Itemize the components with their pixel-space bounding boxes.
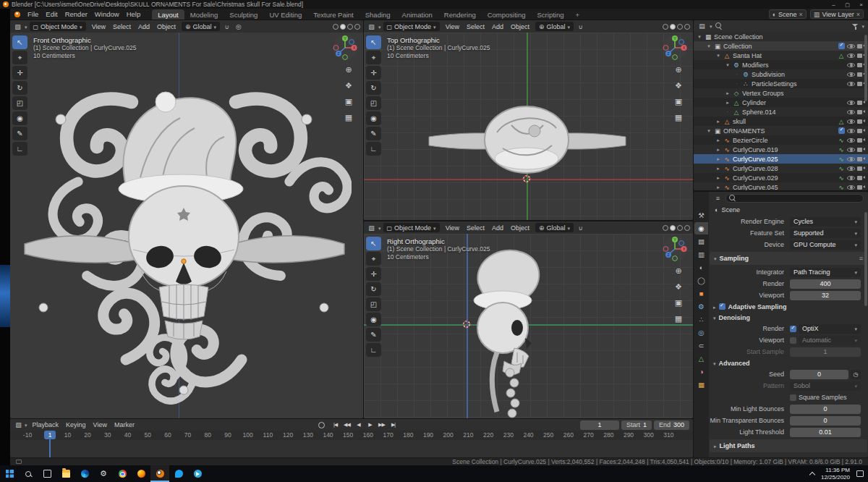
scene-selector[interactable]: Scene [769,9,807,19]
auto-key-record-icon[interactable] [318,422,325,428]
expander-icon[interactable]: · [734,81,740,86]
grid-toggle-icon[interactable]: ▦ [344,112,354,122]
viewport-right[interactable]: Object Mode ViewSelectAddObject Global [364,221,693,418]
modifier-tab-icon[interactable]: ⚙ [694,300,708,313]
expander-icon[interactable]: ▸ [715,156,721,162]
timeline-menu[interactable]: Playback [29,421,63,428]
hide-viewport-toggle[interactable] [847,98,855,106]
disable-render-toggle[interactable] [857,174,865,182]
wireframe-shading-icon[interactable] [663,24,668,30]
twitter-icon[interactable] [169,465,188,482]
viewport-top[interactable]: Object Mode ViewSelectAddObject Global [364,20,693,220]
outliner-item-label[interactable]: Cylinder [742,99,766,106]
notification-center-icon[interactable] [856,470,864,477]
navigation-gizmo[interactable] [332,35,358,61]
move-tool-icon[interactable]: ✛ [12,66,27,80]
outliner-item-label[interactable]: CurlyCurve.029 [733,174,778,182]
material-shading-icon[interactable] [347,24,353,30]
hide-viewport-toggle[interactable] [847,164,855,172]
disable-render-toggle[interactable] [857,164,865,172]
constraint-tab-icon[interactable]: ⊂ [694,339,708,352]
outliner-scrollbar[interactable] [864,35,867,101]
pan-hand-icon[interactable]: ❖ [673,80,684,90]
hide-viewport-toggle[interactable] [847,108,855,116]
editor-type-icon[interactable] [367,224,376,232]
edge-icon[interactable] [75,465,94,482]
viewport-canvas[interactable]: ↖⌖✛↻◰◉✎∟ Top Orthographic (1) Scene Coll… [364,33,693,220]
properties-search-input[interactable] [726,194,864,203]
file-explorer-icon[interactable] [56,465,75,482]
viewport-menu[interactable]: Object [153,23,179,30]
outliner-row[interactable]: ▾ ▦ Scene Collection [694,32,868,41]
disable-render-toggle[interactable] [857,127,865,135]
camera-view-icon[interactable]: ▣ [673,297,684,308]
grid-toggle-icon[interactable]: ▦ [673,112,684,122]
output-tab-icon[interactable]: ▤ [694,235,708,248]
pan-hand-icon[interactable]: ❖ [673,282,684,292]
disable-render-toggle[interactable] [857,136,865,144]
expander-icon[interactable]: ▾ [706,128,712,134]
rotate-tool-icon[interactable]: ↻ [12,81,27,95]
start-sample-field[interactable]: 1 [790,347,861,357]
viewport-menu[interactable]: Select [463,224,488,232]
start-frame-field[interactable]: Start1 [621,420,652,430]
outliner-item-label[interactable]: Scene Collection [714,33,763,41]
cursor-tool-icon[interactable]: ⌖ [366,51,381,64]
scale-tool-icon[interactable]: ◰ [366,297,381,311]
snap-magnet-icon[interactable] [576,23,585,30]
workspace-tab[interactable]: Animation [396,9,438,20]
unlink-icon[interactable] [799,11,803,18]
material-tab-icon[interactable]: ◑ [694,365,708,378]
expander-icon[interactable]: · [734,72,740,77]
hide-viewport-toggle[interactable] [847,127,855,135]
properties-scrollbar[interactable] [864,212,867,306]
orientation-dropdown[interactable]: Global [535,223,574,232]
workspace-tab[interactable]: Layout [152,9,184,20]
viewport-menu[interactable]: Object [507,23,533,30]
properties-editor-icon[interactable] [713,195,723,202]
tray-expand-icon[interactable] [809,472,815,478]
outliner-item-label[interactable]: skull [733,118,746,125]
play-reverse-button[interactable] [354,422,363,428]
move-tool-icon[interactable]: ✛ [366,267,381,281]
outliner-item-label[interactable]: BezierCircle [733,137,768,144]
play-button[interactable] [365,422,375,428]
workspace-tab[interactable]: + [569,9,585,20]
feature-set-dropdown[interactable]: Supported [790,229,861,238]
wireframe-shading-icon[interactable] [333,24,339,30]
timeline-editor-icon[interactable] [14,421,23,428]
outliner-row[interactable]: ▸ ∿ CurlyCurve.045 ∿ [694,182,868,190]
outliner-row[interactable]: · △ Sphere.014 [694,107,868,117]
denoise-render-checkbox[interactable] [790,326,796,332]
zoom-icon[interactable]: ⊕ [673,266,684,276]
mode-dropdown[interactable]: Object Mode [383,22,440,31]
disable-render-toggle[interactable] [857,145,865,153]
material-shading-icon[interactable] [677,24,683,30]
timeline-playhead[interactable]: 1 [44,431,56,457]
menubar-menu[interactable]: Edit [42,10,61,18]
outliner-row[interactable]: ▸ △ skull △ [694,117,868,126]
select-tool-icon[interactable]: ↖ [12,35,27,49]
select-tool-icon[interactable]: ↖ [366,237,381,250]
remove-view-layer-icon[interactable] [856,11,860,18]
menubar-menu[interactable]: Help [123,10,145,18]
orientation-dropdown[interactable]: Global [535,22,574,31]
object-tab-icon[interactable]: ■ [694,287,708,300]
world-tab-icon[interactable]: ◯ [694,274,708,287]
snap-magnet-icon[interactable] [222,23,231,30]
expander-icon[interactable]: ▾ [706,43,712,49]
taskbar-clock[interactable]: 11:36 PM 12/25/2020 [821,467,850,481]
outliner-row[interactable]: ▸ ◇ Vertex Groups [694,88,868,98]
expander-icon[interactable]: ▸ [715,175,721,181]
annotate-tool-icon[interactable]: ✎ [12,127,27,140]
outliner-item-label[interactable]: CurlyCurve.025 [733,156,778,163]
light-threshold-field[interactable]: 0.01 [790,428,861,437]
outliner-row[interactable]: ▸ ∿ CurlyCurve.029 ∿ [694,173,868,182]
solid-shading-icon[interactable] [340,24,346,30]
viewport-menu[interactable]: Add [135,23,153,30]
sampling-section-header[interactable]: Sampling [710,252,867,265]
measure-tool-icon[interactable]: ∟ [366,142,381,156]
orientation-dropdown[interactable]: Global [182,22,220,31]
zoom-icon[interactable]: ⊕ [344,64,354,75]
pan-hand-icon[interactable]: ❖ [344,80,354,90]
